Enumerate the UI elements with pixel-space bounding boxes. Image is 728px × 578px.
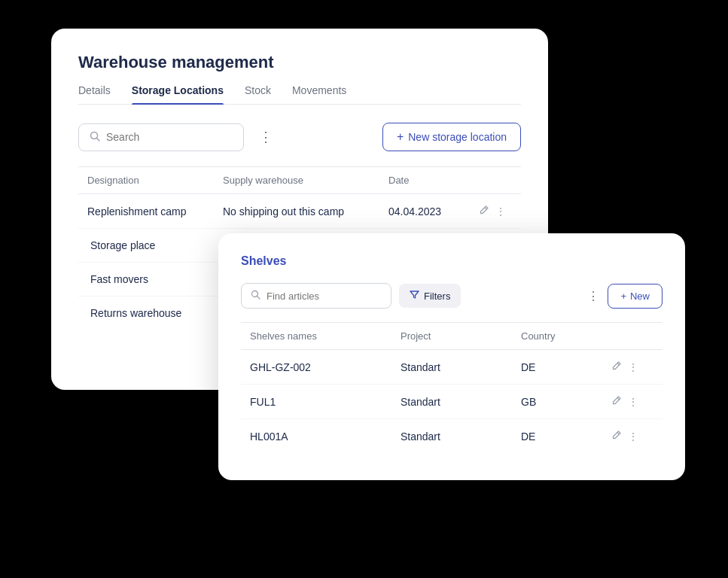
find-articles-box[interactable] <box>241 283 391 309</box>
find-articles-input[interactable] <box>267 291 382 302</box>
shelf-row-actions: ⋮ <box>611 360 656 373</box>
shelf-more-icon[interactable]: ⋮ <box>628 430 638 443</box>
cell-project: Standart <box>401 396 521 408</box>
tabs-bar: Details Storage Locations Stock Movement… <box>78 84 521 105</box>
col-country: Country <box>521 330 611 342</box>
cell-shelf-name: FUL1 <box>250 396 401 408</box>
col-shelves-names: Shelves names <box>250 330 401 342</box>
cell-designation: Replenishment camp <box>87 205 223 218</box>
shelf-row-actions: ⋮ <box>611 395 656 408</box>
filter-icon <box>410 290 419 302</box>
overlay-more-button[interactable]: ⋮ <box>587 289 600 303</box>
col-supply: Supply warehouse <box>223 175 388 186</box>
table-header-row: Designation Supply warehouse Date <box>78 167 521 194</box>
overlay-card: Shelves Filters ⋮ + New Sh <box>218 233 685 480</box>
search-box[interactable] <box>78 123 244 151</box>
tab-stock[interactable]: Stock <box>245 84 271 104</box>
shelf-edit-icon[interactable] <box>611 360 622 373</box>
new-storage-location-label: New storage location <box>408 131 507 143</box>
overlay-new-button[interactable]: + New <box>608 284 663 309</box>
main-toolbar: ⋮ + New storage location <box>78 123 521 151</box>
shelves-title: Shelves <box>241 254 663 268</box>
cell-country: DE <box>521 430 611 443</box>
search-input[interactable] <box>106 131 233 143</box>
shelves-table-header: Shelves names Project Country <box>241 322 663 350</box>
cell-date: 04.04.2023 <box>388 205 479 218</box>
col-project: Project <box>401 330 521 342</box>
edit-icon[interactable] <box>479 205 489 218</box>
shelf-more-icon[interactable]: ⋮ <box>628 396 638 408</box>
new-storage-location-button[interactable]: + New storage location <box>382 123 521 151</box>
svg-line-1 <box>97 138 100 141</box>
filters-button[interactable]: Filters <box>399 284 461 308</box>
more-options-button[interactable]: ⋮ <box>253 126 279 148</box>
cell-project: Standart <box>401 430 521 443</box>
find-icon <box>251 290 260 302</box>
table-row: FUL1 Standart GB ⋮ <box>241 385 663 419</box>
row-more-icon[interactable]: ⋮ <box>495 205 506 218</box>
shelf-more-icon[interactable]: ⋮ <box>628 361 638 373</box>
shelf-edit-icon[interactable] <box>611 430 622 443</box>
cell-project: Standart <box>401 361 521 373</box>
tab-movements[interactable]: Movements <box>292 84 346 104</box>
svg-line-5 <box>617 364 620 366</box>
col-shelves-actions <box>611 330 656 342</box>
search-icon <box>90 131 100 144</box>
col-designation: Designation <box>87 175 223 186</box>
cell-shelf-name: HL001A <box>250 430 401 443</box>
tab-storage-locations[interactable]: Storage Locations <box>132 84 224 104</box>
table-row: HL001A Standart DE ⋮ <box>241 419 663 453</box>
svg-line-2 <box>485 208 487 210</box>
overlay-new-label: New <box>630 291 650 302</box>
tab-details[interactable]: Details <box>78 84 111 104</box>
shelf-row-actions: ⋮ <box>611 430 656 443</box>
svg-line-6 <box>617 398 620 400</box>
svg-line-7 <box>617 433 620 435</box>
app-title: Warehouse management <box>78 53 521 72</box>
table-row: Replenishment camp No shipping out this … <box>78 194 521 229</box>
overlay-toolbar: Filters ⋮ + New <box>241 283 663 309</box>
col-actions <box>479 175 524 186</box>
cell-shelf-name: GHL-GZ-002 <box>250 361 401 373</box>
overlay-plus-icon: + <box>620 291 626 302</box>
col-date: Date <box>388 175 479 186</box>
plus-icon: + <box>397 130 404 144</box>
cell-supply: No shipping out this camp <box>223 205 388 218</box>
filters-label: Filters <box>424 291 450 302</box>
cell-country: DE <box>521 361 611 373</box>
cell-country: GB <box>521 396 611 408</box>
shelf-edit-icon[interactable] <box>611 395 622 408</box>
row-actions: ⋮ <box>479 205 524 218</box>
table-row: GHL-GZ-002 Standart DE ⋮ <box>241 350 663 385</box>
svg-line-4 <box>257 297 260 300</box>
